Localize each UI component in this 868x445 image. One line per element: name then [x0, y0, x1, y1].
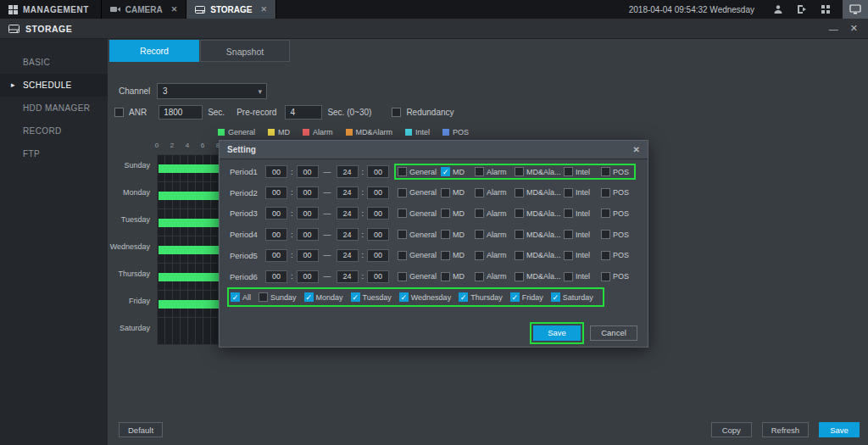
day-checkbox[interactable]: ✓ [551, 292, 560, 302]
day-checkbox[interactable]: ✓ [510, 292, 520, 302]
period-end-minute-input[interactable] [367, 270, 389, 283]
record-type-checkbox[interactable] [398, 167, 407, 176]
record-type-checkbox[interactable] [441, 188, 450, 197]
tab-snapshot[interactable]: Snapshot [200, 40, 290, 62]
record-type-checkbox[interactable] [564, 188, 573, 197]
tab-close-icon[interactable]: ✕ [261, 5, 268, 14]
record-type-checkbox[interactable] [515, 209, 524, 218]
anr-checkbox[interactable] [114, 108, 124, 117]
period-end-minute-input[interactable] [367, 186, 389, 199]
period-start-minute-input[interactable] [297, 207, 319, 220]
day-checkbox[interactable]: ✓ [351, 292, 360, 302]
management-menu[interactable]: MANAGEMENT [0, 0, 102, 19]
close-icon[interactable]: ✕ [850, 23, 858, 34]
sidebar-item-hdd-manager[interactable]: HDD MANAGER [0, 97, 108, 120]
record-type-checkbox[interactable] [515, 167, 524, 176]
record-type-checkbox[interactable] [475, 167, 484, 176]
record-type-checkbox[interactable] [515, 230, 524, 239]
sidebar-item-schedule[interactable]: SCHEDULE [0, 74, 108, 97]
record-type-checkbox[interactable] [601, 188, 610, 197]
sidebar-item-record[interactable]: RECORD [0, 120, 108, 142]
record-type-checkbox[interactable] [475, 272, 484, 281]
tab-storage-top[interactable]: STORAGE ✕ [186, 0, 276, 19]
user-icon[interactable] [766, 0, 790, 19]
logout-icon[interactable] [790, 0, 814, 19]
default-button[interactable]: Default [119, 422, 163, 437]
cancel-button[interactable]: Cancel [590, 325, 637, 341]
refresh-button[interactable]: Refresh [762, 422, 809, 437]
record-type-checkbox[interactable] [475, 251, 484, 260]
record-type-checkbox[interactable] [515, 188, 524, 197]
day-checkbox[interactable]: ✓ [304, 292, 314, 302]
minimize-icon[interactable]: — [829, 24, 838, 34]
record-type-checkbox[interactable] [515, 251, 524, 260]
record-type-checkbox[interactable] [475, 230, 484, 239]
period-start-hour-input[interactable] [265, 228, 287, 241]
period-end-hour-input[interactable] [337, 165, 359, 178]
day-checkbox[interactable]: ✓ [459, 292, 468, 302]
record-type-checkbox[interactable] [564, 167, 573, 176]
tab-close-icon[interactable]: ✕ [171, 5, 178, 14]
period-end-minute-input[interactable] [367, 228, 389, 241]
redundancy-checkbox[interactable] [392, 108, 401, 117]
period-label: Period1 [230, 167, 265, 176]
period-end-hour-input[interactable] [337, 207, 359, 220]
record-type-checkbox[interactable] [564, 272, 573, 281]
period-start-minute-input[interactable] [297, 186, 319, 199]
record-type-checkbox[interactable] [441, 209, 450, 218]
record-type-checkbox[interactable] [601, 251, 610, 260]
record-type-checkbox[interactable] [601, 272, 610, 281]
period-start-hour-input[interactable] [265, 165, 287, 178]
anr-input[interactable] [159, 105, 203, 120]
record-type-checkbox[interactable] [398, 188, 407, 197]
record-type-checkbox[interactable] [601, 167, 610, 176]
record-type-checkbox[interactable] [515, 272, 524, 281]
record-type-checkbox[interactable] [475, 188, 484, 197]
period-end-minute-input[interactable] [367, 207, 389, 220]
copy-button[interactable]: Copy [711, 422, 752, 437]
record-type-checkbox[interactable] [601, 230, 610, 239]
period-end-minute-input[interactable] [367, 165, 389, 178]
footer-save-button[interactable]: Save [819, 422, 860, 437]
record-type-checkbox[interactable] [601, 209, 610, 218]
period-end-hour-input[interactable] [337, 249, 359, 262]
record-type-checkbox[interactable] [398, 251, 407, 260]
period-end-hour-input[interactable] [337, 228, 359, 241]
record-type-checkbox[interactable] [398, 209, 407, 218]
period-start-minute-input[interactable] [297, 249, 319, 262]
period-start-hour-input[interactable] [265, 207, 287, 220]
record-type-checkbox[interactable] [441, 272, 450, 281]
record-type-checkbox[interactable] [475, 209, 484, 218]
channel-dropdown[interactable]: 3 [157, 83, 267, 99]
record-type-checkbox[interactable] [441, 230, 450, 239]
record-type-checkbox[interactable] [564, 230, 573, 239]
period-start-minute-input[interactable] [297, 270, 319, 283]
day-checkbox[interactable]: ✓ [399, 292, 409, 302]
tab-record[interactable]: Record [109, 40, 199, 62]
period-start-hour-input[interactable] [265, 270, 287, 283]
checkbox-label: MD [453, 209, 465, 218]
period-end-minute-input[interactable] [367, 249, 389, 262]
period-end-hour-input[interactable] [337, 270, 359, 283]
prerecord-input[interactable] [285, 105, 322, 120]
record-type-checkbox[interactable] [398, 230, 407, 239]
sidebar-item-basic[interactable]: BASIC [0, 51, 108, 74]
record-type-checkbox[interactable] [441, 251, 450, 260]
period-start-hour-input[interactable] [265, 186, 287, 199]
record-type-checkbox[interactable]: ✓ [441, 167, 450, 176]
record-type-checkbox[interactable] [398, 272, 407, 281]
period-start-minute-input[interactable] [297, 228, 319, 241]
record-type-checkbox[interactable] [564, 209, 573, 218]
dialog-close-icon[interactable]: ✕ [633, 145, 640, 154]
display-monitor-icon[interactable] [843, 0, 868, 19]
day-checkbox[interactable]: ✓ [231, 292, 240, 302]
save-button[interactable]: Save [533, 325, 581, 341]
apps-grid-icon[interactable] [814, 0, 837, 19]
period-start-hour-input[interactable] [265, 249, 287, 262]
record-type-checkbox[interactable] [564, 251, 573, 260]
period-end-hour-input[interactable] [337, 186, 359, 199]
day-checkbox[interactable] [259, 292, 268, 302]
tab-camera[interactable]: CAMERA ✕ [102, 0, 186, 19]
sidebar-item-ftp[interactable]: FTP [0, 142, 108, 165]
period-start-minute-input[interactable] [297, 165, 319, 178]
